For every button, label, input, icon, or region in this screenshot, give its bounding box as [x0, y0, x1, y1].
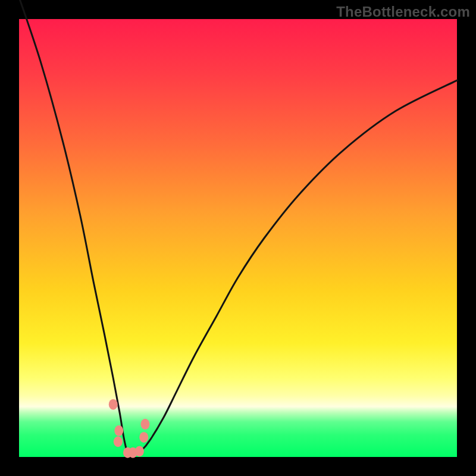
data-marker	[114, 425, 123, 436]
chart-frame: TheBottleneck.com	[0, 0, 476, 476]
data-marker	[135, 446, 144, 456]
data-marker	[140, 419, 149, 430]
data-marker	[139, 432, 148, 443]
watermark-text: TheBottleneck.com	[336, 4, 470, 20]
bottleneck-curve	[19, 0, 457, 456]
data-marker	[114, 436, 123, 447]
data-marker	[109, 399, 118, 410]
curve-layer	[0, 0, 476, 476]
